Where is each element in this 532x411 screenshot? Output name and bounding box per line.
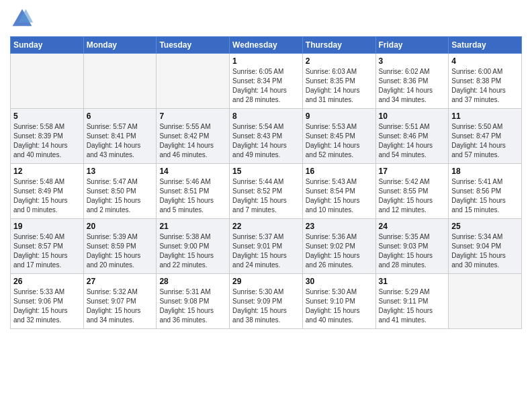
- day-info: Sunrise: 5:42 AM Sunset: 8:55 PM Dayligh…: [379, 177, 446, 215]
- calendar-cell: 19Sunrise: 5:40 AM Sunset: 8:57 PM Dayli…: [11, 219, 84, 274]
- day-number: 2: [306, 56, 373, 66]
- day-number: 17: [379, 167, 446, 176]
- day-number: 26: [13, 277, 81, 286]
- weekday-header-tuesday: Tuesday: [157, 37, 230, 54]
- calendar-cell: 22Sunrise: 5:37 AM Sunset: 9:01 PM Dayli…: [230, 219, 303, 274]
- day-number: 16: [306, 167, 373, 176]
- day-info: Sunrise: 5:32 AM Sunset: 9:07 PM Dayligh…: [87, 287, 154, 325]
- day-number: 10: [379, 111, 446, 121]
- calendar-cell: 9Sunrise: 5:53 AM Sunset: 8:45 PM Daylig…: [302, 109, 375, 164]
- day-number: 4: [451, 56, 519, 66]
- day-info: Sunrise: 5:41 AM Sunset: 8:56 PM Dayligh…: [451, 177, 519, 215]
- day-number: 6: [87, 111, 154, 121]
- calendar-cell: 30Sunrise: 5:30 AM Sunset: 9:10 PM Dayli…: [302, 274, 375, 329]
- calendar-cell: [157, 54, 230, 109]
- calendar-cell: 10Sunrise: 5:51 AM Sunset: 8:46 PM Dayli…: [375, 109, 449, 164]
- calendar-cell: 23Sunrise: 5:36 AM Sunset: 9:02 PM Dayli…: [302, 219, 375, 274]
- day-number: 21: [159, 222, 226, 231]
- calendar-cell: 15Sunrise: 5:44 AM Sunset: 8:52 PM Dayli…: [230, 164, 303, 219]
- calendar-cell: 12Sunrise: 5:48 AM Sunset: 8:49 PM Dayli…: [11, 164, 84, 219]
- calendar-cell: 7Sunrise: 5:55 AM Sunset: 8:42 PM Daylig…: [157, 109, 230, 164]
- day-info: Sunrise: 5:30 AM Sunset: 9:10 PM Dayligh…: [306, 287, 373, 325]
- weekday-header-saturday: Saturday: [449, 37, 522, 54]
- day-number: 20: [87, 222, 154, 231]
- day-number: 13: [87, 167, 154, 176]
- day-number: 8: [232, 111, 300, 121]
- day-info: Sunrise: 5:37 AM Sunset: 9:01 PM Dayligh…: [232, 232, 300, 270]
- weekday-header-thursday: Thursday: [302, 37, 375, 54]
- day-number: 25: [451, 222, 519, 231]
- logo-icon: [10, 7, 34, 31]
- day-info: Sunrise: 6:03 AM Sunset: 8:35 PM Dayligh…: [306, 67, 373, 105]
- header-row: SundayMondayTuesdayWednesdayThursdayFrid…: [11, 37, 522, 54]
- day-info: Sunrise: 5:31 AM Sunset: 9:08 PM Dayligh…: [159, 287, 226, 325]
- calendar-week-4: 19Sunrise: 5:40 AM Sunset: 8:57 PM Dayli…: [11, 219, 522, 274]
- day-number: 22: [232, 222, 300, 231]
- day-info: Sunrise: 5:58 AM Sunset: 8:39 PM Dayligh…: [13, 122, 81, 160]
- calendar-cell: 20Sunrise: 5:39 AM Sunset: 8:59 PM Dayli…: [83, 219, 157, 274]
- weekday-header-sunday: Sunday: [11, 37, 84, 54]
- day-number: 7: [159, 111, 226, 121]
- calendar-cell: 2Sunrise: 6:03 AM Sunset: 8:35 PM Daylig…: [302, 54, 375, 109]
- calendar-week-5: 26Sunrise: 5:33 AM Sunset: 9:06 PM Dayli…: [11, 274, 522, 329]
- calendar-cell: 11Sunrise: 5:50 AM Sunset: 8:47 PM Dayli…: [449, 109, 522, 164]
- day-info: Sunrise: 5:46 AM Sunset: 8:51 PM Dayligh…: [159, 177, 226, 215]
- calendar-cell: 4Sunrise: 6:00 AM Sunset: 8:38 PM Daylig…: [449, 54, 522, 109]
- day-info: Sunrise: 5:55 AM Sunset: 8:42 PM Dayligh…: [159, 122, 226, 160]
- day-number: 14: [159, 167, 226, 176]
- day-number: 18: [451, 167, 519, 176]
- day-number: 12: [13, 167, 81, 176]
- calendar-table: SundayMondayTuesdayWednesdayThursdayFrid…: [10, 36, 522, 329]
- weekday-header-monday: Monday: [83, 37, 157, 54]
- day-info: Sunrise: 5:40 AM Sunset: 8:57 PM Dayligh…: [13, 232, 81, 270]
- day-info: Sunrise: 5:35 AM Sunset: 9:03 PM Dayligh…: [379, 232, 446, 270]
- day-info: Sunrise: 5:36 AM Sunset: 9:02 PM Dayligh…: [306, 232, 373, 270]
- calendar-cell: 31Sunrise: 5:29 AM Sunset: 9:11 PM Dayli…: [375, 274, 449, 329]
- calendar-week-1: 1Sunrise: 6:05 AM Sunset: 8:34 PM Daylig…: [11, 54, 522, 109]
- calendar-cell: 14Sunrise: 5:46 AM Sunset: 8:51 PM Dayli…: [157, 164, 230, 219]
- weekday-header-friday: Friday: [375, 37, 449, 54]
- calendar-cell: 17Sunrise: 5:42 AM Sunset: 8:55 PM Dayli…: [375, 164, 449, 219]
- day-number: 1: [232, 56, 300, 66]
- day-info: Sunrise: 5:44 AM Sunset: 8:52 PM Dayligh…: [232, 177, 300, 215]
- day-number: 29: [232, 277, 300, 286]
- day-info: Sunrise: 5:39 AM Sunset: 8:59 PM Dayligh…: [87, 232, 154, 270]
- day-number: 30: [306, 277, 373, 286]
- page: SundayMondayTuesdayWednesdayThursdayFrid…: [0, 0, 532, 411]
- day-info: Sunrise: 6:02 AM Sunset: 8:36 PM Dayligh…: [379, 67, 446, 105]
- day-number: 15: [232, 167, 300, 176]
- day-info: Sunrise: 5:30 AM Sunset: 9:09 PM Dayligh…: [232, 287, 300, 325]
- calendar-cell: 28Sunrise: 5:31 AM Sunset: 9:08 PM Dayli…: [157, 274, 230, 329]
- day-number: 5: [13, 111, 81, 121]
- day-info: Sunrise: 5:50 AM Sunset: 8:47 PM Dayligh…: [451, 122, 519, 160]
- header: [10, 7, 522, 31]
- day-number: 11: [451, 111, 519, 121]
- day-info: Sunrise: 6:00 AM Sunset: 8:38 PM Dayligh…: [451, 67, 519, 105]
- calendar-cell: 13Sunrise: 5:47 AM Sunset: 8:50 PM Dayli…: [83, 164, 157, 219]
- calendar-cell: [449, 274, 522, 329]
- day-number: 31: [379, 277, 446, 286]
- day-info: Sunrise: 5:51 AM Sunset: 8:46 PM Dayligh…: [379, 122, 446, 160]
- day-info: Sunrise: 5:38 AM Sunset: 9:00 PM Dayligh…: [159, 232, 226, 270]
- day-info: Sunrise: 5:57 AM Sunset: 8:41 PM Dayligh…: [87, 122, 154, 160]
- day-info: Sunrise: 5:54 AM Sunset: 8:43 PM Dayligh…: [232, 122, 300, 160]
- day-info: Sunrise: 5:34 AM Sunset: 9:04 PM Dayligh…: [451, 232, 519, 270]
- day-info: Sunrise: 6:05 AM Sunset: 8:34 PM Dayligh…: [232, 67, 300, 105]
- logo: [10, 7, 37, 31]
- calendar-week-3: 12Sunrise: 5:48 AM Sunset: 8:49 PM Dayli…: [11, 164, 522, 219]
- day-number: 24: [379, 222, 446, 231]
- calendar-week-2: 5Sunrise: 5:58 AM Sunset: 8:39 PM Daylig…: [11, 109, 522, 164]
- day-number: 3: [379, 56, 446, 66]
- day-number: 23: [306, 222, 373, 231]
- day-info: Sunrise: 5:48 AM Sunset: 8:49 PM Dayligh…: [13, 177, 81, 215]
- day-info: Sunrise: 5:53 AM Sunset: 8:45 PM Dayligh…: [306, 122, 373, 160]
- day-info: Sunrise: 5:47 AM Sunset: 8:50 PM Dayligh…: [87, 177, 154, 215]
- calendar-cell: 3Sunrise: 6:02 AM Sunset: 8:36 PM Daylig…: [375, 54, 449, 109]
- calendar-cell: [11, 54, 84, 109]
- day-info: Sunrise: 5:43 AM Sunset: 8:54 PM Dayligh…: [306, 177, 373, 215]
- calendar-cell: [83, 54, 157, 109]
- day-number: 9: [306, 111, 373, 121]
- calendar-cell: 25Sunrise: 5:34 AM Sunset: 9:04 PM Dayli…: [449, 219, 522, 274]
- calendar-cell: 21Sunrise: 5:38 AM Sunset: 9:00 PM Dayli…: [157, 219, 230, 274]
- day-number: 19: [13, 222, 81, 231]
